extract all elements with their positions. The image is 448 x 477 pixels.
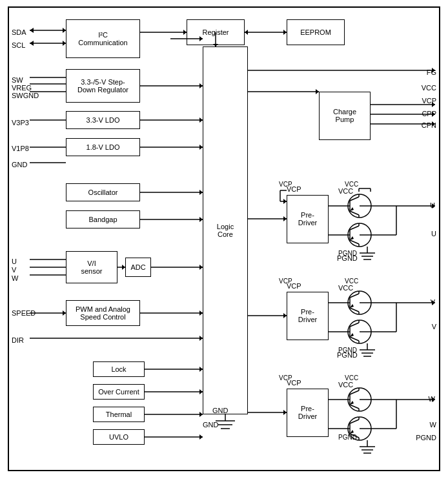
svg-marker-54	[30, 41, 34, 46]
pin-u-in: U	[12, 258, 17, 265]
ldo18-block: 1.8-V LDO	[66, 138, 140, 156]
bandgap-label: Bandgap	[88, 216, 117, 223]
vcp-predriver-w: VCP	[279, 374, 292, 381]
pin-pgnd-w: PGND	[416, 434, 436, 441]
oscillator-label: Oscillator	[88, 188, 118, 196]
vcc-transistor-w: VCC	[345, 374, 358, 381]
pin-sw: SW	[12, 76, 23, 84]
pwm-label: PWM and Analog Speed Control	[76, 305, 130, 321]
pin-v1p8: V1P8	[12, 145, 29, 152]
pin-fg: FG	[427, 68, 436, 76]
svg-point-0	[348, 194, 371, 218]
predriver-w-label: Pre- Driver	[298, 405, 317, 420]
i2c-block: I²C Communication	[66, 19, 140, 58]
oscillator-block: Oscillator	[66, 183, 140, 201]
visensor-label: V/I sensor	[81, 259, 102, 275]
predriver-u-block: Pre- Driver	[287, 195, 329, 243]
w-out-label: W	[429, 395, 435, 403]
eeprom-block: EEPROM	[287, 19, 345, 45]
bandgap-block: Bandgap	[66, 210, 140, 228]
vcc-w-label: VCC	[338, 381, 353, 389]
adc-block: ADC	[125, 258, 151, 277]
pin-w-out: W	[430, 421, 436, 429]
pgnd-label-v: PGND	[338, 347, 357, 354]
pwm-block: PWM and Analog Speed Control	[66, 300, 140, 326]
vcc-v-label: VCC	[338, 284, 353, 292]
block-diagram: SDA SCL SW VREG SWGND V3P3 V1P8 GND U V …	[8, 6, 440, 471]
svg-marker-51	[30, 28, 34, 33]
pin-u-out: U	[431, 230, 436, 238]
chargepump-label: Charge Pump	[333, 108, 356, 123]
gnd-bottom-label: GND	[203, 421, 218, 429]
ldo33-block: 3.3-V LDO	[66, 111, 140, 129]
vcp-predriver-v: VCP	[279, 278, 292, 285]
vcc-transistor-u: VCC	[345, 181, 358, 188]
register-block: Register	[187, 19, 245, 45]
pin-dir: DIR	[12, 336, 24, 344]
stepdown-label: 3.3-/5-V Step- Down Regulator	[77, 78, 128, 94]
pin-vcc-right: VCC	[422, 84, 436, 92]
svg-marker-31	[350, 333, 354, 337]
visensor-block: V/I sensor	[66, 251, 117, 283]
svg-marker-101	[199, 434, 203, 440]
svg-marker-7	[350, 207, 354, 211]
overcurrent-label: Over Current	[98, 388, 139, 396]
pin-scl: SCL	[12, 41, 25, 49]
predriver-w-block: Pre- Driver	[287, 389, 329, 437]
logiccore-block: Logic Core	[203, 46, 248, 414]
vcc-u-label: VCC	[338, 187, 353, 195]
svg-marker-39	[350, 401, 354, 405]
lock-label: Lock	[111, 365, 126, 373]
svg-marker-59	[245, 30, 248, 35]
v-out-label: V	[431, 298, 435, 306]
ldo33-label: 3.3-V LDO	[87, 116, 120, 124]
svg-point-16	[348, 291, 371, 314]
pin-gnd: GND	[12, 161, 27, 168]
uvlo-label: UVLO	[109, 433, 128, 441]
stepdown-block: 3.3-/5-V Step- Down Regulator	[66, 69, 140, 103]
pin-vreg: VREG	[12, 84, 32, 92]
transistors-u	[337, 192, 389, 250]
eeprom-label: EEPROM	[300, 28, 331, 36]
pin-v-out: V	[432, 323, 436, 330]
u-out-label: U	[430, 201, 435, 209]
uvlo-block: UVLO	[93, 429, 145, 445]
vcp-predriver-u: VCP	[279, 181, 292, 188]
pin-sda: SDA	[12, 28, 26, 36]
transistors-v	[337, 289, 389, 347]
i2c-label: I²C Communication	[78, 31, 127, 46]
svg-marker-23	[350, 304, 354, 308]
predriver-v-block: Pre- Driver	[287, 292, 329, 340]
pin-cpn: CPN	[422, 121, 436, 129]
pin-cpp: CPP	[422, 110, 436, 117]
pgnd-label-w: PGND	[338, 434, 357, 441]
thermal-block: Thermal	[93, 407, 145, 422]
pin-v3p3: V3P3	[12, 119, 29, 127]
logiccore-label: Logic Core	[217, 223, 234, 238]
adc-label: ADC	[130, 263, 145, 271]
pin-v-in: V	[12, 266, 16, 274]
overcurrent-block: Over Current	[93, 384, 145, 400]
svg-marker-15	[350, 236, 354, 240]
svg-point-24	[348, 320, 371, 343]
predriver-v-label: Pre- Driver	[298, 308, 317, 323]
gnd-logiccore-label: GND	[212, 407, 228, 414]
thermal-label: Thermal	[106, 411, 132, 418]
pin-vcp: VCP	[422, 97, 436, 105]
pin-speed: SPEED	[12, 309, 36, 317]
chargepump-block: Charge Pump	[319, 92, 371, 140]
lock-block: Lock	[93, 361, 145, 377]
ldo18-label: 1.8-V LDO	[87, 143, 120, 151]
svg-point-8	[348, 223, 371, 247]
pin-swgnd: SWGND	[12, 92, 39, 99]
pgnd-label-u: PGND	[338, 250, 357, 257]
register-label: Register	[203, 28, 229, 36]
vcc-transistor-v: VCC	[345, 278, 358, 285]
pin-w-in: W	[12, 274, 18, 282]
predriver-u-label: Pre- Driver	[298, 211, 317, 227]
svg-point-32	[348, 388, 371, 411]
